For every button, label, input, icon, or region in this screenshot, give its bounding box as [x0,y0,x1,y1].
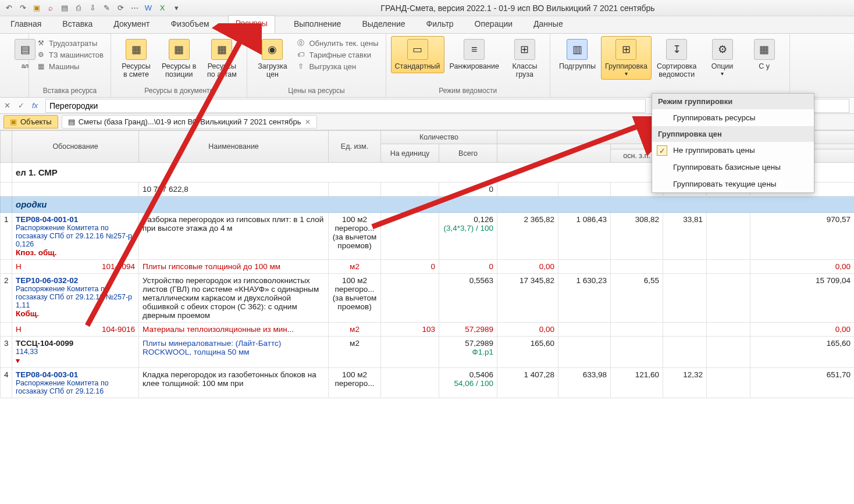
grid-cell[interactable]: 121,60 [611,368,663,398]
col-basis[interactable]: Обоснование [12,131,139,163]
tab-estimate-doc[interactable]: ▤Сметы (база Гранд)...\01-9 исп ВО Вильк… [62,115,317,128]
table-row[interactable]: 1ТЕР08-04-001-01Распоряжение Комитета по… [1,213,855,260]
table-row[interactable]: Н104-9016Материалы теплоизоляционные из … [1,323,855,337]
standard-mode-btn[interactable]: ▭Стандартный [391,36,444,73]
grid-cell[interactable] [1,183,12,196]
machines-btn[interactable]: ▦Машины [36,62,104,71]
grid-cell[interactable]: 1 [1,213,12,260]
menu-no-price-grouping[interactable]: ✓Не группировать цены [652,142,814,159]
tab-document[interactable]: Документ [111,16,152,33]
grid-cell[interactable]: 970,57 [750,213,854,260]
table-row[interactable]: 2ТЕР10-06-032-02Распоряжение Комитета по… [1,274,855,323]
grid-cell[interactable]: ТССЦ-104-0099114,33▾ [12,337,139,368]
grid-cell[interactable] [381,183,439,196]
grid-cell[interactable] [558,183,611,196]
table-row[interactable]: 4ТЕР08-04-003-01Распоряжение Комитета по… [1,368,855,398]
grid-cell[interactable] [611,260,663,274]
options-btn[interactable]: ⚙Опции▾ [702,36,743,80]
grid-cell[interactable]: 0 [439,260,497,274]
grid-cell[interactable]: 3 [1,337,12,368]
undo-icon[interactable]: ↶ [3,3,14,13]
grid-cell[interactable] [663,323,707,337]
tab-insert[interactable]: Вставка [60,16,95,33]
table-row[interactable]: Н101-9094Плиты гипсовые толщиной до 100 … [1,260,855,274]
tab-filter[interactable]: Фильтр [424,16,456,33]
grid-cell[interactable] [381,274,439,323]
grid-cell[interactable] [329,183,381,196]
grid-cell[interactable] [1,163,12,183]
tab-selection[interactable]: Выделение [360,16,407,33]
grid-cell[interactable] [381,213,439,260]
labor-costs-btn[interactable]: ⚒Трудозатраты [36,38,104,48]
grid-cell[interactable]: 100 м2 перегоро... [329,368,381,398]
redo-icon[interactable]: ↷ [17,3,28,13]
group-row[interactable]: ородки [1,196,855,213]
sort-statement-btn[interactable]: ↧Сортировка ведомости [653,36,701,81]
grid-cell[interactable]: Разборка перегородок из гипсовых плит: в… [139,213,329,260]
tab-execution[interactable]: Выполнение [291,16,343,33]
grid-cell[interactable]: 100 м2 перегоро... (за вычетом проемов) [329,274,381,323]
grid-cell[interactable]: 0,00 [497,323,558,337]
ranking-btn[interactable]: ≡Ранжирование [446,36,503,73]
print-icon[interactable]: ⎙ [73,3,84,13]
grid-cell[interactable] [707,260,750,274]
tab-data[interactable]: Данные [531,16,565,33]
col-total[interactable]: Всего [439,144,497,163]
grid-cell[interactable]: 100 м2 перегоро... (за вычетом проемов) [329,213,381,260]
grid-cell[interactable] [663,337,707,368]
doc-icon[interactable]: ▤ [59,3,70,13]
grid-cell[interactable] [707,337,750,368]
fx-icon[interactable]: fx [28,101,42,110]
grid-cell[interactable]: 33,81 [663,213,707,260]
grid-cell[interactable]: 308,82 [611,213,663,260]
grid-cell[interactable]: Н104-9016 [12,323,139,337]
col-unit[interactable]: Ед. изм. [329,131,381,163]
refresh-icon[interactable]: ⟳ [115,3,126,13]
tab-operations[interactable]: Операции [472,16,515,33]
word-icon[interactable]: W [143,3,154,13]
load-prices-btn[interactable]: ◉Загрузка цен [252,36,293,81]
more-icon[interactable]: ⋯ [129,3,140,13]
machinist-labor-btn[interactable]: ⚙ТЗ машинистов [36,50,104,59]
search-icon[interactable]: ⌕ [45,3,56,13]
grid-cell[interactable] [707,323,750,337]
grid-cell[interactable] [381,368,439,398]
grid-cell[interactable]: Кладка перегородок из газобетонных блоко… [139,368,329,398]
export-icon[interactable]: ⇩ [87,3,98,13]
grid-cell[interactable] [558,337,611,368]
grid-cell[interactable]: ТЕР10-06-032-02Распоряжение Комитета по … [12,274,139,323]
grid-cell[interactable] [707,274,750,323]
grid-cell[interactable] [1,260,12,274]
grid-cell[interactable]: 17 345,82 [497,274,558,323]
grid-cell[interactable]: 0,00 [750,260,854,274]
grid-cell[interactable] [611,337,663,368]
grid-cell[interactable]: ТЕР08-04-003-01Распоряжение Комитета по … [12,368,139,398]
reset-prices-btn[interactable]: ⓪Обнулить тек. цены [296,38,378,48]
grid-cell[interactable]: ТЕР08-04-001-01Распоряжение Комитета по … [12,213,139,260]
grid-cell[interactable] [611,323,663,337]
resources-in-estimate-btn[interactable]: ▦Ресурсы в смете [116,36,156,81]
dropdown-icon[interactable]: ▾ [171,3,182,13]
grid-cell[interactable]: Устройство перегородок из гипсоволокнист… [139,274,329,323]
grid-cell[interactable] [381,337,439,368]
grid-cell[interactable]: 0,126(3,4*3,7) / 100 [439,213,497,260]
formula-input[interactable] [45,99,646,113]
grid-cell[interactable]: 57,2989Ф1.р1 [439,337,497,368]
grid-cell[interactable]: 2 [1,274,12,323]
grid-cell[interactable] [12,183,139,196]
grid-cell[interactable]: 57,2989 [439,323,497,337]
col-per-unit[interactable]: На единицу [381,144,439,163]
grid-cell[interactable]: 165,60 [497,337,558,368]
grid-cell[interactable]: 6,55 [611,274,663,323]
grid-cell[interactable] [663,260,707,274]
col-qty[interactable]: Количество [381,131,497,144]
export-prices-btn[interactable]: ⇧Выгрузка цен [296,62,378,71]
grid-cell[interactable]: 1 630,23 [558,274,611,323]
menu-group-base-prices[interactable]: Группировать базисные цены [652,159,814,176]
grid-cell[interactable]: 1 407,28 [497,368,558,398]
grid-cell[interactable]: 0,540654,06 / 100 [439,368,497,398]
grid-cell[interactable]: 0 [381,260,439,274]
grid-cell[interactable]: 165,60 [750,337,854,368]
grid-cell[interactable]: Плиты минераловатные: (Лайт-Баттс) ROCKW… [139,337,329,368]
accept-formula-btn[interactable]: ✓ [14,101,28,110]
